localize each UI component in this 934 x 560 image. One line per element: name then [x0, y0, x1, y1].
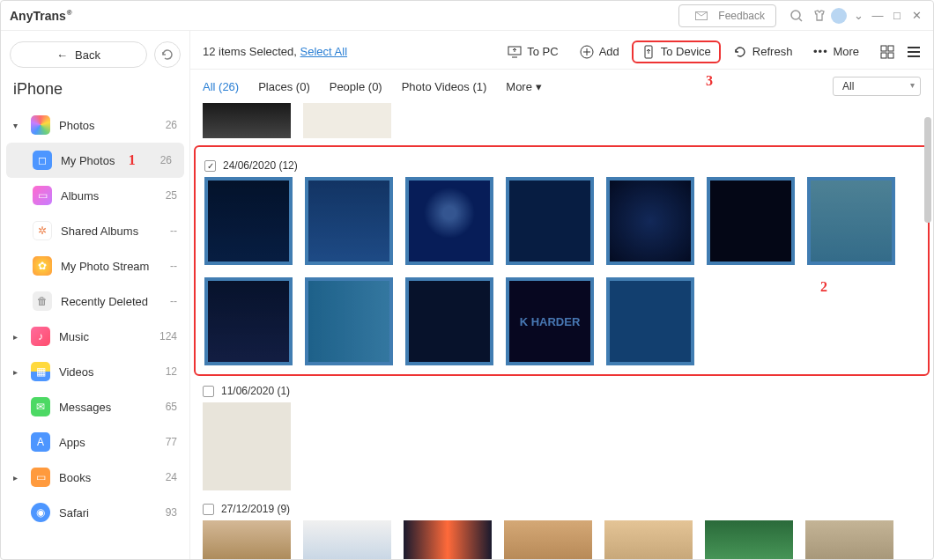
- photo-thumb[interactable]: [606, 177, 694, 265]
- selection-status: 12 items Selected, Select All: [203, 45, 347, 58]
- scrollbar[interactable]: [923, 99, 931, 556]
- sidebar-item-shared-albums[interactable]: ✲ Shared Albums --: [1, 213, 189, 248]
- sidebar-item-music[interactable]: ▸ ♪ Music 124: [1, 319, 189, 354]
- filter-more[interactable]: More ▾: [506, 80, 541, 93]
- photo-thumb[interactable]: [707, 177, 795, 265]
- back-button[interactable]: ← Back: [10, 41, 147, 68]
- photo-thumb[interactable]: [204, 177, 293, 265]
- photo-thumb[interactable]: [305, 177, 393, 265]
- photo-thumb[interactable]: [203, 520, 291, 559]
- photo-thumb[interactable]: [303, 103, 391, 138]
- photo-thumb[interactable]: [203, 103, 291, 138]
- sidebar-item-label: Apps: [59, 436, 157, 449]
- titlebar: AnyTrans® Feedback ⌄ — □ ✕: [1, 1, 933, 31]
- photo-stream-icon: ✿: [33, 256, 52, 276]
- main-panel: 12 items Selected, Select All To PC Add …: [190, 31, 933, 559]
- sidebar-item-label: My Photos: [61, 154, 120, 167]
- sidebar-item-label: Albums: [61, 189, 157, 203]
- feedback-label: Feedback: [718, 10, 765, 22]
- sidebar-item-recently-deleted[interactable]: 🗑 Recently Deleted --: [1, 284, 189, 319]
- sidebar-item-label: Safari: [59, 506, 157, 519]
- photo-thumb[interactable]: K HARDER: [506, 277, 594, 365]
- svg-rect-12: [888, 53, 893, 58]
- back-label: Back: [75, 48, 100, 62]
- sidebar-item-label: Recently Deleted: [61, 295, 161, 308]
- add-button[interactable]: Add: [571, 41, 628, 63]
- grid-view-icon[interactable]: [880, 45, 894, 59]
- scrollbar-thumb[interactable]: [924, 117, 931, 223]
- to-pc-icon: [508, 45, 522, 59]
- minimize-button[interactable]: —: [870, 8, 886, 24]
- svg-rect-10: [888, 46, 893, 51]
- apps-icon: A: [31, 432, 50, 452]
- sidebar-item-apps[interactable]: A Apps 77: [1, 424, 189, 460]
- selected-group-highlight: ✓ 24/06/2020 (12) K HARD: [194, 145, 930, 376]
- group-header[interactable]: ✓ 24/06/2020 (12): [204, 159, 919, 172]
- caret-right-icon: ▸: [13, 367, 22, 377]
- to-device-button[interactable]: To Device: [632, 41, 721, 63]
- list-view-icon[interactable]: [907, 45, 921, 59]
- sidebar-item-label: Shared Albums: [61, 225, 161, 238]
- photo-thumb[interactable]: [504, 520, 592, 559]
- albums-icon: ▭: [33, 186, 52, 205]
- chevron-down-icon[interactable]: ⌄: [850, 8, 866, 24]
- close-button[interactable]: ✕: [908, 8, 924, 24]
- sidebar-item-count: 24: [166, 471, 177, 483]
- photo-thumb[interactable]: [404, 520, 492, 559]
- plus-circle-icon: [580, 45, 594, 59]
- photo-thumb[interactable]: [203, 402, 291, 490]
- photo-thumb[interactable]: [606, 277, 694, 365]
- group-header[interactable]: 27/12/2019 (9): [203, 503, 921, 515]
- refresh-button[interactable]: Refresh: [724, 41, 802, 63]
- sidebar-item-photos[interactable]: ▾ Photos 26: [1, 107, 189, 143]
- photo-thumb[interactable]: [705, 520, 793, 559]
- photo-thumb[interactable]: [405, 177, 493, 265]
- to-pc-button[interactable]: To PC: [499, 41, 567, 63]
- filter-people[interactable]: People (0): [330, 80, 382, 93]
- checkbox-icon[interactable]: [203, 386, 214, 397]
- toolbar: 12 items Selected, Select All To PC Add …: [190, 34, 933, 70]
- photo-thumb[interactable]: [506, 177, 594, 265]
- sidebar-item-count: --: [170, 225, 177, 237]
- filter-dropdown[interactable]: All: [833, 77, 921, 96]
- safari-icon: ◉: [31, 503, 50, 522]
- select-all-link[interactable]: Select All: [300, 45, 347, 58]
- sidebar-item-count: --: [170, 260, 177, 272]
- checkbox-checked-icon[interactable]: ✓: [204, 160, 216, 172]
- sidebar-refresh-button[interactable]: [154, 41, 181, 68]
- caret-down-icon: ▾: [13, 121, 22, 130]
- sidebar-item-label: Music: [59, 330, 151, 343]
- group-header[interactable]: 11/06/2020 (1): [203, 385, 921, 397]
- sidebar-item-albums[interactable]: ▭ Albums 25: [1, 178, 189, 213]
- to-device-icon: [641, 45, 656, 59]
- sidebar-item-photo-stream[interactable]: ✿ My Photo Stream --: [1, 248, 189, 284]
- sidebar-item-messages[interactable]: ✉ Messages 65: [1, 389, 189, 424]
- checkbox-icon[interactable]: [203, 504, 214, 515]
- feedback-button[interactable]: Feedback: [678, 4, 776, 27]
- sidebar-item-my-photos[interactable]: ◻ My Photos 1 26: [6, 143, 184, 178]
- sidebar-item-safari[interactable]: ◉ Safari 93: [1, 495, 189, 530]
- more-button[interactable]: ••• More: [804, 41, 868, 63]
- filter-photo-videos[interactable]: Photo Videos (1): [402, 80, 487, 93]
- search-icon[interactable]: [789, 8, 804, 24]
- photo-thumb[interactable]: [305, 277, 393, 365]
- photo-thumb[interactable]: [204, 277, 293, 365]
- photo-thumb[interactable]: [604, 520, 693, 559]
- photo-thumb[interactable]: [303, 520, 391, 559]
- avatar[interactable]: [831, 8, 847, 24]
- photo-thumb[interactable]: [405, 277, 493, 365]
- sidebar-item-count: 25: [166, 189, 177, 202]
- photo-thumb[interactable]: [807, 177, 895, 265]
- sidebar-item-videos[interactable]: ▸ ▦ Videos 12: [1, 354, 189, 389]
- tshirt-icon[interactable]: [812, 8, 827, 24]
- photo-thumb[interactable]: [805, 520, 893, 559]
- messages-icon: ✉: [31, 397, 50, 416]
- filter-all[interactable]: All (26): [203, 80, 239, 93]
- sidebar-item-count: 65: [166, 401, 177, 413]
- group-date: 27/12/2019 (9): [221, 503, 290, 515]
- maximize-button[interactable]: □: [889, 8, 905, 24]
- videos-icon: ▦: [31, 362, 50, 381]
- filter-places[interactable]: Places (0): [258, 80, 310, 93]
- sidebar-item-books[interactable]: ▸ ▭ Books 24: [1, 460, 189, 495]
- device-name: iPhone: [1, 77, 189, 107]
